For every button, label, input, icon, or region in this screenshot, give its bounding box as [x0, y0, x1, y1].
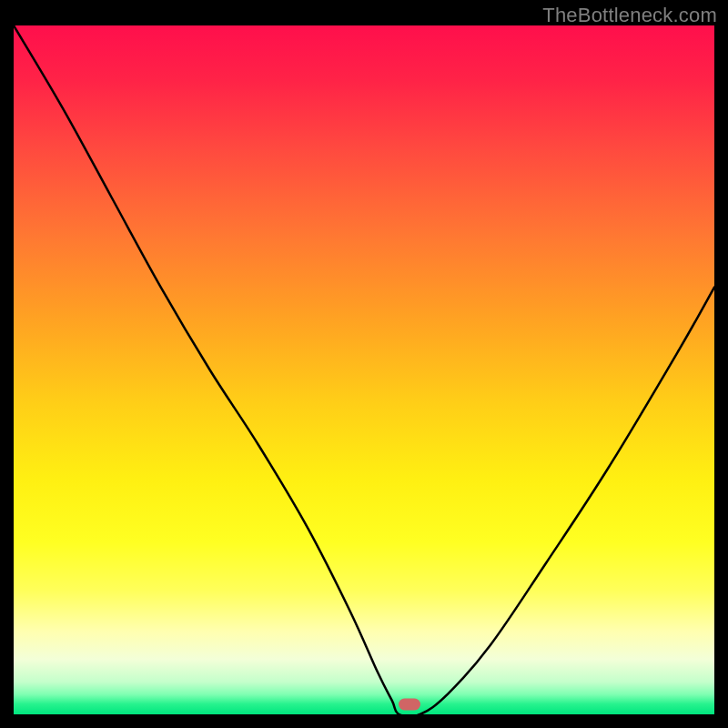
watermark-text: TheBottleneck.com [542, 4, 717, 27]
chart-frame: TheBottleneck.com [0, 0, 728, 728]
bottleneck-curve [14, 25, 714, 714]
plot-area [14, 25, 714, 714]
optimal-marker [399, 698, 420, 710]
